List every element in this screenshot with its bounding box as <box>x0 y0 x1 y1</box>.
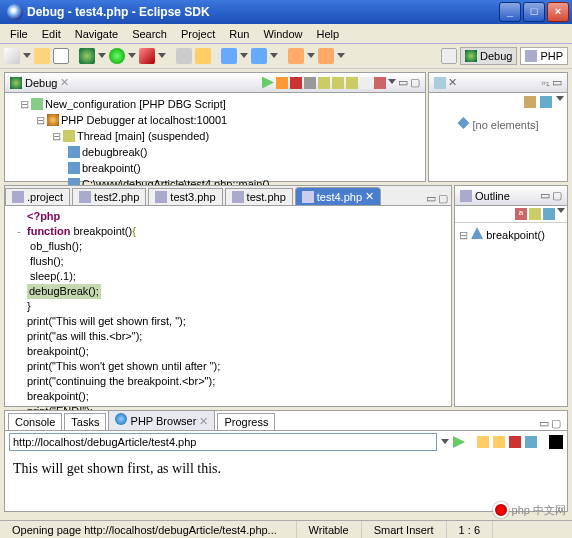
editor-tab-test3[interactable]: test3.php <box>148 188 222 205</box>
forward-icon[interactable] <box>318 48 334 64</box>
minimize-pane-icon[interactable]: ▭ <box>540 189 550 202</box>
drop-frame-icon[interactable] <box>360 77 372 89</box>
debug-dropdown-icon[interactable] <box>98 53 106 60</box>
tree-debugger-row[interactable]: ⊟ PHP Debugger at localhost:10001 <box>8 112 422 128</box>
step-into-icon[interactable] <box>318 77 330 89</box>
menu-search[interactable]: Search <box>126 26 173 42</box>
tree-frame-row[interactable]: breakpoint() <box>8 160 422 176</box>
back-dd[interactable] <box>307 53 315 60</box>
go-icon[interactable] <box>453 436 465 448</box>
external-tools-icon[interactable] <box>139 48 155 64</box>
editor-tab-test[interactable]: test.php <box>225 188 293 205</box>
menu-window[interactable]: Window <box>257 26 308 42</box>
menu-navigate[interactable]: Navigate <box>69 26 124 42</box>
tree-thread-row[interactable]: ⊟ Thread [main] (suspended) <box>8 128 422 144</box>
fwd-dd[interactable] <box>337 53 345 60</box>
browser-stop-icon[interactable] <box>509 436 521 448</box>
minimize-pane-icon[interactable]: ▭ <box>398 76 408 89</box>
tab-label: test4.php <box>317 191 362 203</box>
browser-back-icon[interactable] <box>477 436 489 448</box>
resume-icon[interactable] <box>262 77 274 89</box>
tab-tasks[interactable]: Tasks <box>64 413 106 430</box>
step-return-icon[interactable] <box>346 77 358 89</box>
new-dropdown-icon[interactable] <box>23 53 31 60</box>
close-tab-icon[interactable]: ✕ <box>60 76 69 89</box>
open-perspective-icon[interactable] <box>441 48 457 64</box>
new-icon[interactable] <box>4 48 20 64</box>
tree-config-row[interactable]: ⊟ New_configuration [PHP DBG Script] <box>8 96 422 112</box>
close-tab-icon[interactable]: ✕ <box>199 415 208 427</box>
perspective-debug[interactable]: Debug <box>460 47 517 65</box>
menu-help[interactable]: Help <box>311 26 346 42</box>
group-icon[interactable] <box>543 208 555 220</box>
editor-tab-test2[interactable]: test2.php <box>72 188 146 205</box>
sort-icon[interactable]: a <box>515 208 527 220</box>
menu-edit[interactable]: Edit <box>36 26 67 42</box>
minimize-pane-icon[interactable]: ▭ <box>539 417 549 430</box>
step-over-icon[interactable] <box>332 77 344 89</box>
minimize-editor-icon[interactable]: ▭ <box>426 192 436 205</box>
ann-prev-dd[interactable] <box>240 53 248 60</box>
minimize-pane-icon[interactable]: ▭ <box>552 76 562 89</box>
maximize-editor-icon[interactable]: ▢ <box>438 192 448 205</box>
url-input[interactable] <box>9 433 437 451</box>
php-file-icon <box>302 191 314 203</box>
outline-item[interactable]: breakpoint() <box>486 229 545 241</box>
tab-progress[interactable]: Progress <box>217 413 275 430</box>
debug-view-tab[interactable]: Debug ✕ <box>10 76 69 89</box>
ann-next-dd[interactable] <box>270 53 278 60</box>
stack-frame-icon <box>68 146 80 158</box>
url-history-icon[interactable] <box>441 439 449 446</box>
outline-menu-icon[interactable] <box>557 208 565 215</box>
search-icon[interactable] <box>195 48 211 64</box>
view-tab-icon[interactable]: ✕ <box>448 76 457 89</box>
minimize-button[interactable]: _ <box>499 2 521 22</box>
tab-console[interactable]: Console <box>8 413 62 430</box>
perspective-php-label: PHP <box>540 50 563 62</box>
external-dropdown-icon[interactable] <box>158 53 166 60</box>
show-type-icon[interactable] <box>524 96 536 108</box>
run-dropdown-icon[interactable] <box>128 53 136 60</box>
browser-forward-icon[interactable] <box>493 436 505 448</box>
browser-refresh-icon[interactable] <box>525 436 537 448</box>
close-tab-icon[interactable]: ✕ <box>365 190 374 203</box>
tree-frame-row[interactable]: debugbreak() <box>8 144 422 160</box>
perspective-php[interactable]: PHP <box>520 47 568 65</box>
close-button[interactable]: × <box>547 2 569 22</box>
run-icon[interactable] <box>109 48 125 64</box>
open-type-icon[interactable] <box>176 48 192 64</box>
outline-body[interactable]: ⊟ breakpoint() <box>455 223 567 246</box>
tab-php-browser[interactable]: PHP Browser ✕ <box>108 410 215 430</box>
save-icon[interactable] <box>34 48 50 64</box>
disconnect-icon[interactable] <box>304 77 316 89</box>
outline-tab[interactable]: Outline <box>460 190 510 202</box>
collapse-all-icon[interactable] <box>540 96 552 108</box>
terminate-icon[interactable] <box>290 77 302 89</box>
maximize-button[interactable]: □ <box>523 2 545 22</box>
menu-run[interactable]: Run <box>223 26 255 42</box>
print-icon[interactable] <box>53 48 69 64</box>
editor-tab-test4[interactable]: test4.php ✕ <box>295 187 381 205</box>
php-icon <box>525 50 537 62</box>
annotation-prev-icon[interactable] <box>221 48 237 64</box>
back-icon[interactable] <box>288 48 304 64</box>
variables-menu-icon[interactable] <box>556 96 564 103</box>
annotation-next-icon[interactable] <box>251 48 267 64</box>
maximize-pane-icon[interactable]: ▢ <box>552 189 562 202</box>
maximize-pane-icon[interactable]: ▢ <box>551 417 561 430</box>
debug-tree[interactable]: ⊟ New_configuration [PHP DBG Script] ⊟ P… <box>5 93 425 195</box>
menu-file[interactable]: File <box>4 26 34 42</box>
menu-project[interactable]: Project <box>175 26 221 42</box>
status-message: Opening page http://localhost/debugArtic… <box>0 521 296 538</box>
debug-icon[interactable] <box>79 48 95 64</box>
more-tabs-indicator[interactable]: »₁ <box>541 78 550 88</box>
editor-tab-project[interactable]: .project <box>5 188 70 205</box>
suspend-icon[interactable] <box>276 77 288 89</box>
variables-icon[interactable] <box>434 77 446 89</box>
filter-icon[interactable] <box>529 208 541 220</box>
code-editor[interactable]: <?php-function breakpoint(){ ob_flush();… <box>5 206 451 437</box>
maximize-pane-icon[interactable]: ▢ <box>410 76 420 89</box>
use-step-filters-icon[interactable] <box>374 77 386 89</box>
globe-icon <box>115 413 127 425</box>
debug-menu-icon[interactable] <box>388 79 396 86</box>
